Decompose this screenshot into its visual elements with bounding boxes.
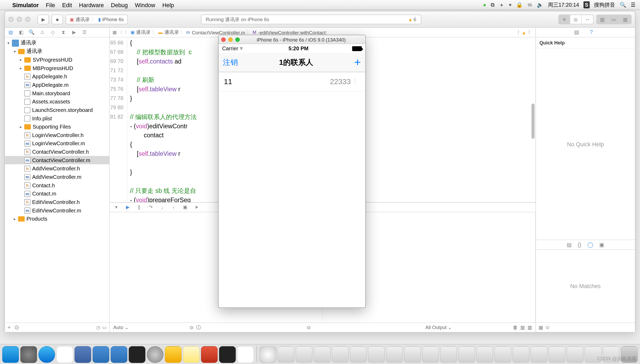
step-over-icon[interactable]: ↷ bbox=[147, 204, 155, 210]
volume-icon[interactable]: 🔈 bbox=[537, 2, 543, 8]
tree-item[interactable]: mContact.m bbox=[5, 189, 109, 198]
dock-app-icon[interactable] bbox=[219, 346, 236, 363]
toggle-inspector-icon[interactable]: ▥ bbox=[620, 15, 631, 24]
dock-sketch-icon[interactable] bbox=[165, 346, 182, 363]
dock-window-icon[interactable] bbox=[494, 346, 511, 363]
pause-icon[interactable]: ‖ bbox=[135, 204, 143, 210]
dock-window-icon[interactable] bbox=[350, 346, 367, 363]
dock-window-icon[interactable] bbox=[278, 346, 294, 363]
disclosure-icon[interactable]: ▾ bbox=[7, 41, 12, 45]
minimize-icon[interactable] bbox=[228, 37, 233, 42]
console-filter-icon[interactable]: ⊙ bbox=[307, 325, 311, 330]
warning-indicator[interactable]: ▲ 6 bbox=[408, 17, 416, 22]
variables-scope-selector[interactable]: Auto ⌄ bbox=[113, 325, 129, 330]
step-into-icon[interactable]: ↓ bbox=[158, 204, 166, 210]
tree-item[interactable]: mLoginViewController.m bbox=[5, 139, 109, 148]
disclosure-icon[interactable]: ▸ bbox=[20, 66, 24, 70]
tree-item[interactable]: mAppDelegate.m bbox=[5, 81, 109, 89]
tree-item[interactable]: Assets.xcassets bbox=[5, 97, 109, 106]
issue-navigator-icon[interactable]: ⚠ bbox=[39, 29, 45, 35]
symbol-navigator-icon[interactable]: ◧ bbox=[18, 29, 24, 35]
status-green-icon[interactable]: ● bbox=[483, 2, 486, 8]
quicklook-icon[interactable]: ⓘ bbox=[196, 324, 201, 331]
tree-item[interactable]: Info.plist bbox=[5, 114, 109, 122]
screencast-icon[interactable]: ⧉ bbox=[491, 2, 495, 8]
disclosure-icon[interactable]: ▸ bbox=[14, 216, 18, 221]
toggle-navigator-icon[interactable]: ▥ bbox=[597, 15, 608, 24]
dock-window-icon[interactable] bbox=[314, 346, 330, 363]
jump-next-icon[interactable]: 〉 bbox=[528, 29, 533, 36]
back-icon[interactable]: 〈 bbox=[118, 29, 123, 35]
scheme-selector[interactable]: ▣ 通讯录 〉 ▮ iPhone 6s bbox=[66, 15, 128, 24]
menubar-hardware[interactable]: Hardware bbox=[79, 2, 104, 8]
jump-seg-group[interactable]: 通讯录 bbox=[164, 29, 179, 36]
forward-icon[interactable]: 〉 bbox=[124, 29, 129, 35]
menubar-app-name[interactable]: Simulator bbox=[12, 2, 39, 8]
breakpoint-navigator-icon[interactable]: ▶ bbox=[71, 29, 77, 35]
toggle-debug-icon[interactable]: ▭ bbox=[608, 15, 620, 24]
assistant-editor-icon[interactable]: ◎ bbox=[570, 15, 582, 24]
tree-item[interactable]: ▾通讯录 bbox=[5, 47, 109, 56]
jump-seg-project[interactable]: 通讯录 bbox=[136, 29, 151, 36]
dock-window-icon[interactable] bbox=[368, 346, 385, 363]
dock-app-icon[interactable] bbox=[111, 346, 127, 363]
standard-editor-icon[interactable]: ≡ bbox=[559, 15, 570, 24]
jump-warning-icon[interactable]: ▲ bbox=[521, 30, 526, 35]
find-navigator-icon[interactable]: 🔍 bbox=[29, 29, 35, 35]
location-icon[interactable]: ➤ bbox=[193, 204, 201, 210]
variables-filter-icon[interactable]: ⊙ bbox=[190, 325, 193, 330]
step-out-icon[interactable]: ↑ bbox=[170, 204, 178, 210]
window-traffic-lights[interactable] bbox=[8, 17, 30, 22]
navbar-add-button[interactable]: + bbox=[354, 56, 361, 69]
tree-item[interactable]: hLoginViewController.h bbox=[5, 131, 109, 139]
menubar-file[interactable]: File bbox=[46, 2, 55, 8]
simulator-titlebar[interactable]: iPhone 6s - iPhone 6s / iOS 9.0 (13A340) bbox=[219, 35, 365, 44]
dock-notes-icon[interactable] bbox=[183, 346, 200, 363]
jump-seg-file[interactable]: ContactViewController.m bbox=[192, 30, 245, 35]
dock-app-icon[interactable] bbox=[237, 346, 254, 363]
dock-window-icon[interactable] bbox=[422, 346, 439, 363]
view-debug-icon[interactable]: ▣ bbox=[181, 204, 189, 210]
version-editor-icon[interactable]: ↔ bbox=[582, 15, 593, 24]
clear-console-icon[interactable]: 🗑 bbox=[513, 325, 518, 330]
dock-app-icon[interactable] bbox=[201, 346, 218, 363]
ime-badge[interactable]: S bbox=[583, 1, 589, 8]
close-icon[interactable] bbox=[221, 37, 226, 42]
dock-settings-icon[interactable] bbox=[147, 346, 163, 363]
editor-scrollbar[interactable] bbox=[531, 103, 535, 139]
dock-finder-icon[interactable] bbox=[2, 346, 19, 363]
add-icon[interactable]: ＋ bbox=[499, 1, 504, 8]
quick-help-inspector-icon[interactable]: ? bbox=[590, 29, 597, 36]
add-files-button[interactable]: + bbox=[7, 324, 11, 331]
dock-window-icon[interactable] bbox=[512, 346, 529, 363]
disclosure-icon[interactable]: ▾ bbox=[14, 49, 18, 54]
recent-filter-icon[interactable]: ◷ bbox=[96, 325, 101, 330]
menubar-clock[interactable]: 周三17:20:14 bbox=[548, 1, 579, 8]
menubar-debug[interactable]: Debug bbox=[111, 2, 128, 8]
navigator-tabs[interactable]: ▤ ◧ 🔍 ⚠ ◇ ⧗ ▶ ☰ bbox=[5, 28, 109, 38]
dock-window-icon[interactable] bbox=[531, 346, 547, 363]
menubar-window[interactable]: Window bbox=[135, 2, 155, 8]
lock-icon[interactable]: 🔒 bbox=[516, 2, 523, 8]
tree-item[interactable]: mEditViewController.m bbox=[5, 206, 109, 215]
menubar-edit[interactable]: Edit bbox=[62, 2, 72, 8]
tree-item[interactable]: hContactViewController.h bbox=[5, 148, 109, 156]
scm-filter-icon[interactable]: ▭ bbox=[102, 325, 107, 330]
media-library-icon[interactable]: ▣ bbox=[599, 242, 604, 248]
run-button[interactable] bbox=[38, 15, 49, 24]
jump-seg-method[interactable]: -editViewController:withContact: bbox=[258, 30, 327, 35]
tree-item[interactable]: hContact.h bbox=[5, 181, 109, 189]
dock-window-icon[interactable] bbox=[567, 346, 583, 363]
dock-window-icon[interactable] bbox=[476, 346, 493, 363]
project-navigator-icon[interactable]: ▤ bbox=[7, 29, 13, 35]
dock-window-icon[interactable] bbox=[549, 346, 565, 363]
console-output-selector[interactable]: All Output ⌄ bbox=[425, 325, 452, 330]
related-items-icon[interactable]: ▦ bbox=[112, 30, 116, 35]
spotlight-icon[interactable]: 🔍 bbox=[620, 2, 626, 8]
navbar-back-button[interactable]: 注销 bbox=[223, 57, 238, 67]
panel-toggle-segmented[interactable]: ▥ ▭ ▥ bbox=[596, 15, 632, 24]
tree-item[interactable]: mAddViewController.m bbox=[5, 173, 109, 181]
wifi-icon[interactable]: ᯾ bbox=[527, 2, 533, 8]
dock-mouse-icon[interactable] bbox=[56, 346, 73, 363]
dock-window-icon[interactable] bbox=[332, 346, 349, 363]
